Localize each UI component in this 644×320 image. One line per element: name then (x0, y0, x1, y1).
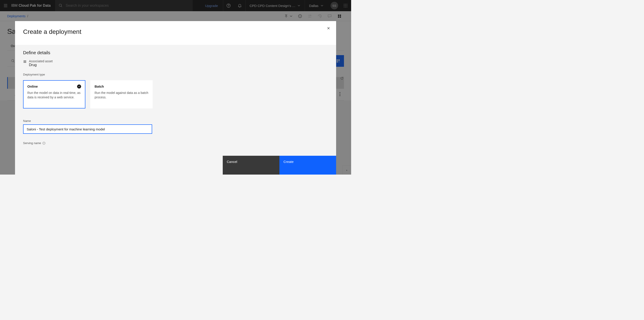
associated-asset-value: Drug (29, 63, 53, 67)
tile-desc: Run the model against data as a batch pr… (94, 90, 148, 100)
tile-title: Online (27, 84, 81, 88)
deployment-type-batch[interactable]: Batch Run the model against data as a ba… (90, 80, 152, 108)
close-button[interactable] (325, 25, 332, 32)
check-icon (78, 86, 80, 88)
modal-title: Create a deployment (23, 28, 328, 36)
associated-asset-label: Associated asset (29, 60, 53, 63)
name-label: Name (23, 119, 328, 122)
create-button[interactable]: Create (280, 156, 336, 174)
tile-title: Batch (94, 84, 148, 88)
cancel-button[interactable]: Cancel (223, 156, 280, 174)
tile-desc: Run the model on data in real-time, as d… (27, 90, 81, 100)
deployment-type-label: Deployment type (23, 73, 328, 76)
deployment-type-online[interactable]: Online Run the model on data in real-tim… (23, 80, 85, 108)
name-input[interactable] (23, 124, 152, 134)
selected-indicator (77, 84, 81, 88)
create-deployment-modal: Create a deployment Define details Assoc… (15, 21, 336, 174)
close-icon (326, 26, 331, 30)
modal-footer: Cancel Create (15, 156, 336, 174)
section-title: Define details (23, 45, 328, 55)
serving-name-label: Serving name (23, 142, 328, 145)
info-icon[interactable] (42, 142, 46, 145)
associated-asset: Associated asset Drug (23, 60, 328, 67)
asset-icon (23, 60, 27, 64)
